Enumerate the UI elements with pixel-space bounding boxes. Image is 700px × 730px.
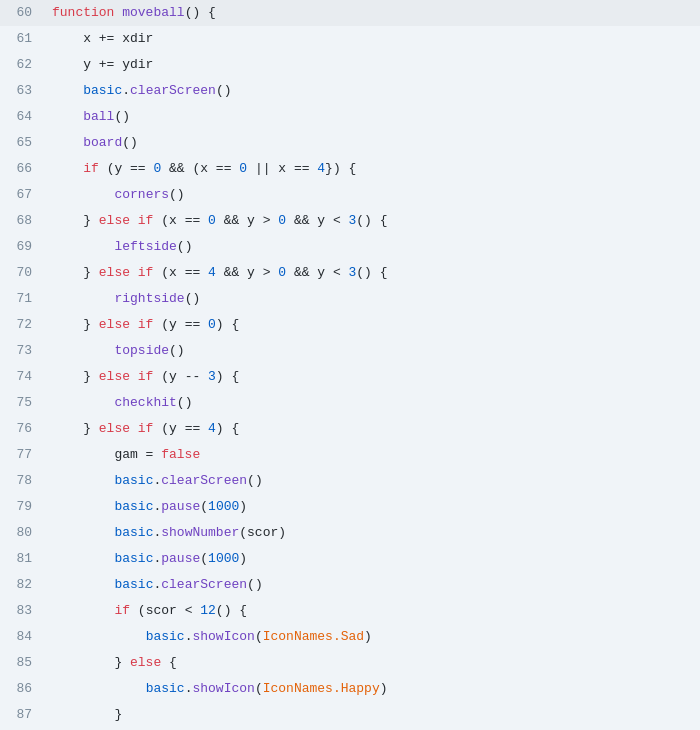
code-row: 76 } else if (y == 4) {: [0, 416, 700, 442]
code-editor: 60function moveball() {61 x += xdir62 y …: [0, 0, 700, 730]
line-number: 75: [0, 390, 48, 416]
line-content: } else if (y -- 3) {: [48, 364, 700, 390]
line-number: 61: [0, 26, 48, 52]
line-number: 71: [0, 286, 48, 312]
code-row: 62 y += ydir: [0, 52, 700, 78]
code-row: 78 basic.clearScreen(): [0, 468, 700, 494]
line-number: 82: [0, 572, 48, 598]
code-row: 81 basic.pause(1000): [0, 546, 700, 572]
line-number: 70: [0, 260, 48, 286]
line-content: rightside(): [48, 286, 700, 312]
code-row: 82 basic.clearScreen(): [0, 572, 700, 598]
line-content: } else if (y == 0) {: [48, 312, 700, 338]
code-row: 61 x += xdir: [0, 26, 700, 52]
code-row: 80 basic.showNumber(scor): [0, 520, 700, 546]
line-content: if (scor < 12() {: [48, 598, 700, 624]
code-row: 74 } else if (y -- 3) {: [0, 364, 700, 390]
code-row: 69 leftside(): [0, 234, 700, 260]
code-row: 83 if (scor < 12() {: [0, 598, 700, 624]
line-content: basic.pause(1000): [48, 494, 700, 520]
line-content: function moveball() {: [48, 0, 700, 26]
code-row: 77 gam = false: [0, 442, 700, 468]
code-row: 72 } else if (y == 0) {: [0, 312, 700, 338]
code-row: 67 corners(): [0, 182, 700, 208]
line-content: basic.clearScreen(): [48, 78, 700, 104]
code-row: 70 } else if (x == 4 && y > 0 && y < 3()…: [0, 260, 700, 286]
line-content: } else if (x == 4 && y > 0 && y < 3() {: [48, 260, 700, 286]
line-content: corners(): [48, 182, 700, 208]
line-content: topside(): [48, 338, 700, 364]
code-row: 60function moveball() {: [0, 0, 700, 26]
line-number: 77: [0, 442, 48, 468]
line-number: 76: [0, 416, 48, 442]
code-row: 65 board(): [0, 130, 700, 156]
line-number: 81: [0, 546, 48, 572]
line-number: 84: [0, 624, 48, 650]
line-content: basic.clearScreen(): [48, 572, 700, 598]
line-number: 62: [0, 52, 48, 78]
line-number: 87: [0, 702, 48, 728]
code-row: 85 } else {: [0, 650, 700, 676]
line-number: 74: [0, 364, 48, 390]
code-row: 73 topside(): [0, 338, 700, 364]
line-number: 68: [0, 208, 48, 234]
code-row: 86 basic.showIcon(IconNames.Happy): [0, 676, 700, 702]
line-number: 60: [0, 0, 48, 26]
line-content: gam = false: [48, 442, 700, 468]
line-number: 83: [0, 598, 48, 624]
line-number: 78: [0, 468, 48, 494]
code-row: 75 checkhit(): [0, 390, 700, 416]
line-content: checkhit(): [48, 390, 700, 416]
line-number: 67: [0, 182, 48, 208]
line-content: basic.pause(1000): [48, 546, 700, 572]
line-content: basic.showNumber(scor): [48, 520, 700, 546]
line-content: ball(): [48, 104, 700, 130]
line-content: }: [48, 702, 700, 728]
line-number: 69: [0, 234, 48, 260]
line-content: board(): [48, 130, 700, 156]
line-number: 73: [0, 338, 48, 364]
code-row: 66 if (y == 0 && (x == 0 || x == 4}) {: [0, 156, 700, 182]
line-number: 72: [0, 312, 48, 338]
line-content: } else if (x == 0 && y > 0 && y < 3() {: [48, 208, 700, 234]
line-number: 80: [0, 520, 48, 546]
line-number: 79: [0, 494, 48, 520]
code-row: 68 } else if (x == 0 && y > 0 && y < 3()…: [0, 208, 700, 234]
line-content: leftside(): [48, 234, 700, 260]
code-row: 63 basic.clearScreen(): [0, 78, 700, 104]
code-row: 71 rightside(): [0, 286, 700, 312]
line-content: basic.showIcon(IconNames.Sad): [48, 624, 700, 650]
line-number: 64: [0, 104, 48, 130]
code-row: 64 ball(): [0, 104, 700, 130]
line-number: 85: [0, 650, 48, 676]
code-row: 84 basic.showIcon(IconNames.Sad): [0, 624, 700, 650]
code-row: 79 basic.pause(1000): [0, 494, 700, 520]
line-content: basic.showIcon(IconNames.Happy): [48, 676, 700, 702]
line-content: x += xdir: [48, 26, 700, 52]
line-number: 86: [0, 676, 48, 702]
line-content: y += ydir: [48, 52, 700, 78]
code-row: 87 }: [0, 702, 700, 728]
line-number: 65: [0, 130, 48, 156]
line-content: basic.clearScreen(): [48, 468, 700, 494]
line-number: 66: [0, 156, 48, 182]
line-content: } else if (y == 4) {: [48, 416, 700, 442]
line-content: if (y == 0 && (x == 0 || x == 4}) {: [48, 156, 700, 182]
line-content: } else {: [48, 650, 700, 676]
line-number: 63: [0, 78, 48, 104]
